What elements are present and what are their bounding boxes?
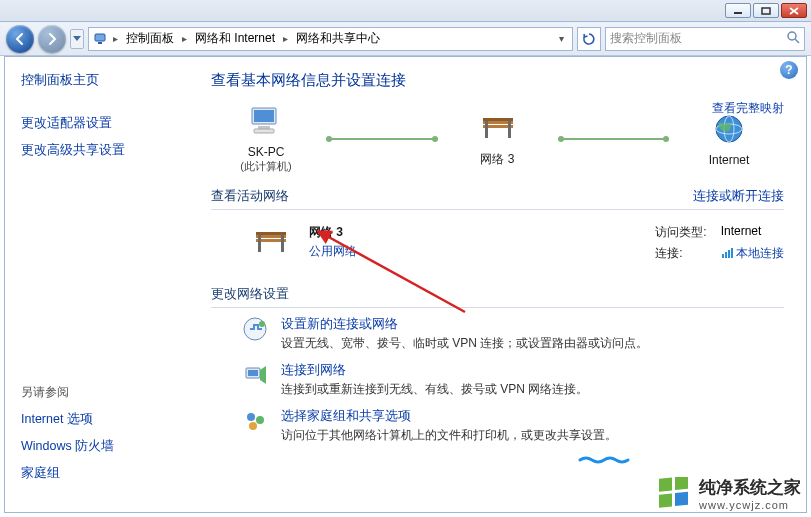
sidebar-link-advanced[interactable]: 更改高级共享设置: [21, 140, 189, 161]
svg-rect-4: [95, 34, 105, 41]
full-map-link[interactable]: 查看完整映射: [712, 100, 784, 117]
svg-rect-26: [725, 252, 727, 258]
close-button[interactable]: [781, 3, 807, 18]
sidebar-link-adapter[interactable]: 更改适配器设置: [21, 113, 189, 134]
map-node-internet: Internet: [674, 112, 784, 167]
search-input[interactable]: 搜索控制面板: [605, 27, 805, 51]
svg-rect-15: [508, 120, 511, 138]
refresh-button[interactable]: [577, 27, 601, 51]
svg-rect-24: [256, 232, 286, 235]
watermark-url: www.ycwjz.com: [699, 499, 801, 511]
maximize-button[interactable]: [753, 3, 779, 18]
connect-disconnect-link[interactable]: 连接或断开连接: [693, 188, 784, 205]
connection-link[interactable]: 本地连接: [736, 246, 784, 260]
active-network-name: 网络 3: [309, 224, 357, 241]
homegroup-icon: [241, 408, 269, 444]
svg-point-6: [788, 32, 796, 40]
svg-rect-39: [659, 493, 672, 507]
task-title[interactable]: 选择家庭组和共享选项: [281, 408, 617, 425]
annotation-scribble: [578, 456, 638, 464]
map-internet-label: Internet: [674, 153, 784, 167]
sidebar: 控制面板主页 更改适配器设置 更改高级共享设置 另请参阅 Internet 选项…: [5, 57, 205, 512]
active-network-type-link[interactable]: 公用网络: [309, 243, 357, 260]
svg-rect-28: [731, 248, 733, 258]
task-item[interactable]: 选择家庭组和共享选项 访问位于其他网络计算机上的文件和打印机，或更改共享设置。: [211, 408, 784, 444]
watermark-title: 纯净系统之家: [699, 478, 801, 497]
map-pc-sub: (此计算机): [211, 159, 321, 174]
svg-rect-11: [254, 129, 274, 133]
connect-icon: [241, 362, 269, 398]
svg-rect-37: [659, 477, 672, 491]
search-placeholder: 搜索控制面板: [610, 30, 682, 47]
map-connection-line: [561, 138, 667, 140]
signal-icon: [721, 247, 733, 259]
active-network-row: 网络 3 公用网络 访问类型: Internet 连接: 本地连接: [211, 218, 784, 272]
svg-rect-25: [722, 254, 724, 258]
minimize-button[interactable]: [725, 3, 751, 18]
svg-point-36: [249, 422, 257, 430]
page-title: 查看基本网络信息并设置连接: [211, 71, 784, 90]
svg-rect-38: [675, 477, 688, 490]
breadcrumb-segment[interactable]: 网络和共享中心: [292, 30, 384, 47]
svg-line-7: [795, 39, 799, 43]
breadcrumb-segment[interactable]: 控制面板: [122, 30, 178, 47]
search-icon: [786, 30, 800, 47]
sidebar-see-also-heading: 另请参阅: [21, 384, 189, 401]
svg-rect-1: [762, 8, 770, 14]
map-node-pc: SK-PC (此计算机): [211, 104, 321, 174]
connection-label: 连接:: [655, 245, 706, 262]
watermark: 纯净系统之家 www.ycwjz.com: [657, 476, 801, 511]
bench-icon: [251, 224, 291, 256]
map-node-network: 网络 3: [443, 110, 553, 168]
map-pc-name: SK-PC: [211, 145, 321, 159]
section-title: 更改网络设置: [211, 286, 289, 303]
task-desc: 设置无线、宽带、拨号、临时或 VPN 连接；或设置路由器或访问点。: [281, 335, 648, 352]
nav-back-button[interactable]: [6, 25, 34, 53]
task-title[interactable]: 连接到网络: [281, 362, 588, 379]
network-map: SK-PC (此计算机) 网络 3: [211, 104, 784, 174]
sidebar-heading[interactable]: 控制面板主页: [21, 71, 189, 89]
nav-forward-button[interactable]: [38, 25, 66, 53]
svg-rect-33: [248, 370, 258, 376]
sidebar-seealso-item[interactable]: Windows 防火墙: [21, 436, 189, 457]
sidebar-seealso-item[interactable]: Internet 选项: [21, 409, 189, 430]
chevron-right-icon: ▸: [281, 33, 290, 44]
breadcrumb-segment[interactable]: 网络和 Internet: [191, 30, 279, 47]
svg-point-31: [259, 321, 265, 327]
svg-point-35: [256, 416, 264, 424]
svg-point-34: [247, 413, 255, 421]
svg-rect-9: [254, 110, 274, 122]
section-header-change: 更改网络设置: [211, 282, 784, 308]
svg-rect-40: [675, 491, 688, 505]
svg-rect-14: [485, 120, 488, 138]
sidebar-seealso-item[interactable]: 家庭组: [21, 463, 189, 484]
svg-rect-5: [98, 42, 102, 44]
svg-rect-27: [728, 250, 730, 258]
main-panel: 查看基本网络信息并设置连接 SK-PC (此计算机): [205, 57, 806, 512]
task-title[interactable]: 设置新的连接或网络: [281, 316, 648, 333]
address-toolbar: ▸ 控制面板 ▸ 网络和 Internet ▸ 网络和共享中心 ▾ 搜索控制面板: [0, 22, 811, 56]
window-titlebar: [0, 0, 811, 22]
section-title: 查看活动网络: [211, 188, 289, 205]
map-connection-line: [329, 138, 435, 140]
chevron-right-icon: ▸: [180, 33, 189, 44]
bench-icon: [478, 110, 518, 144]
breadcrumb[interactable]: ▸ 控制面板 ▸ 网络和 Internet ▸ 网络和共享中心 ▾: [88, 27, 573, 51]
task-desc: 连接到或重新连接到无线、有线、拨号或 VPN 网络连接。: [281, 381, 588, 398]
task-item[interactable]: 设置新的连接或网络 设置无线、宽带、拨号、临时或 VPN 连接；或设置路由器或访…: [211, 316, 784, 352]
logo-icon: [657, 477, 691, 511]
chevron-right-icon: ▸: [111, 33, 120, 44]
svg-rect-23: [281, 234, 284, 252]
breadcrumb-dropdown-icon[interactable]: ▾: [555, 33, 568, 44]
svg-rect-22: [258, 234, 261, 252]
task-item[interactable]: 连接到网络 连接到或重新连接到无线、有线、拨号或 VPN 网络连接。: [211, 362, 784, 398]
map-network-name: 网络 3: [443, 151, 553, 168]
nav-history-dropdown[interactable]: [70, 29, 84, 49]
task-desc: 访问位于其他网络计算机上的文件和打印机，或更改共享设置。: [281, 427, 617, 444]
task-list: 设置新的连接或网络 设置无线、宽带、拨号、临时或 VPN 连接；或设置路由器或访…: [211, 316, 784, 444]
access-type-label: 访问类型:: [655, 224, 706, 241]
access-type-value: Internet: [721, 224, 784, 241]
section-header-active: 查看活动网络 连接或断开连接: [211, 184, 784, 210]
wizard-icon: [241, 316, 269, 352]
network-icon: [93, 31, 109, 47]
